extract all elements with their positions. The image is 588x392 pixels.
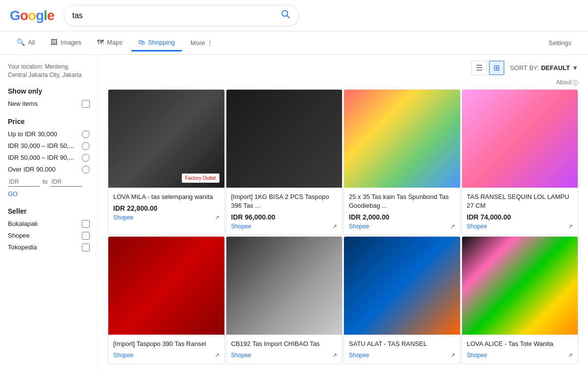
tab-all[interactable]: 🔍 All (10, 34, 42, 51)
product-info: [Import] 1KG BISA 2 PCS Taspopo 396 Tas … (226, 188, 343, 235)
product-seller-row: Shopee ↗ (231, 352, 338, 359)
tab-shopping[interactable]: 🛍 Shopping (131, 34, 182, 51)
show-only-title: Show only (8, 87, 90, 95)
product-card[interactable]: LOVA ALICE - Tas Tote Wanita Shopee ↗ (462, 236, 579, 364)
product-seller[interactable]: Shopee (467, 352, 487, 359)
product-card[interactable]: [Import] 1KG BISA 2 PCS Taspopo 396 Tas … (226, 89, 343, 235)
product-image (108, 237, 224, 335)
product-info: SATU ALAT - TAS RANSEL Shopee ↗ (344, 335, 460, 363)
product-name: CB192 Tas Import CHIBAO Tas (231, 340, 338, 348)
tab-all-label: All (28, 39, 35, 46)
price-from-input[interactable] (8, 177, 40, 187)
product-image (462, 90, 578, 188)
sidebar: Your location: Menteng, Central Jakarta … (0, 55, 98, 370)
all-icon: 🔍 (17, 38, 25, 46)
settings-tab[interactable]: Settings (541, 35, 578, 50)
product-image-wrap (226, 237, 343, 335)
new-items-checkbox[interactable] (82, 100, 90, 108)
price-range-input-row: to (8, 177, 90, 187)
price-range-2-label: IDR 50,000 – IDR 90,... (8, 154, 74, 161)
sort-arrow-icon: ▼ (572, 64, 578, 72)
product-seller-row: Shopee ↗ (349, 223, 455, 230)
price-range-3-radio[interactable] (82, 166, 90, 173)
price-go-button[interactable]: GO (8, 190, 18, 197)
product-image (226, 237, 343, 335)
product-image (344, 90, 460, 188)
more-chevron-icon: ⋮ (207, 39, 213, 47)
external-link-icon[interactable]: ↗ (450, 223, 455, 230)
price-range-1: IDR 30,000 – IDR 50,... (8, 142, 90, 150)
product-price: IDR 2,000.00 (349, 213, 455, 221)
seller-shopee-label: Shopee (8, 232, 30, 239)
product-name: LOVA MILA - tas selempang wanita (113, 193, 220, 201)
grid-view-button[interactable]: ⊞ (489, 61, 504, 75)
price-range-0-radio[interactable] (82, 130, 90, 138)
product-image-wrap (344, 237, 460, 335)
product-info: TAS RANSEL SEQUIN LOL LAMPU 27 CM IDR 74… (462, 188, 578, 235)
product-seller-row: Shopee ↗ (113, 352, 220, 359)
external-link-icon[interactable]: ↗ (568, 223, 573, 230)
seller-tokopedia-checkbox[interactable] (82, 244, 90, 251)
product-seller[interactable]: Shopee (349, 352, 369, 359)
product-card[interactable]: CB192 Tas Import CHIBAO Tas Shopee ↗ (226, 236, 343, 364)
price-range-1-radio[interactable] (82, 142, 90, 150)
product-seller[interactable]: Shopee (231, 223, 251, 230)
external-link-icon[interactable]: ↗ (215, 352, 220, 359)
product-card[interactable]: Factory Outlet LOVA MILA - tas selempang… (108, 89, 225, 235)
tab-more[interactable]: More ⋮ (184, 35, 220, 50)
product-seller[interactable]: Shopee (467, 223, 487, 230)
tab-maps[interactable]: 🗺 Maps (90, 34, 129, 51)
header: Google (0, 0, 588, 31)
images-icon: 🖼 (50, 38, 57, 46)
search-input[interactable] (72, 11, 281, 20)
show-only-section: Show only New items (8, 87, 90, 108)
external-link-icon[interactable]: ↗ (215, 214, 220, 221)
product-seller[interactable]: Shopee (113, 214, 133, 221)
product-price: IDR 22,800.00 (113, 204, 220, 212)
external-link-icon[interactable]: ↗ (568, 352, 573, 359)
seller-bukalapak-checkbox[interactable] (82, 220, 90, 228)
product-seller[interactable]: Shopee (349, 223, 369, 230)
product-image-wrap (344, 90, 460, 188)
shopping-icon: 🛍 (138, 38, 145, 46)
sort-value: DEFAULT (541, 64, 570, 72)
product-image-wrap (462, 90, 578, 188)
price-section: Price Up to IDR 30,000 IDR 30,000 – IDR … (8, 118, 90, 197)
tab-images-label: Images (60, 39, 81, 46)
product-card[interactable]: [Import] Taspopo 390 Tas Ransel Shopee ↗ (108, 236, 225, 364)
product-card[interactable]: TAS RANSEL SEQUIN LOL LAMPU 27 CM IDR 74… (462, 89, 579, 235)
search-bar (64, 5, 299, 26)
product-seller[interactable]: Shopee (113, 352, 133, 359)
list-view-button[interactable]: ☰ (471, 61, 487, 75)
about-info-icon: ⓘ (572, 79, 578, 87)
svg-line-1 (287, 16, 290, 18)
tab-maps-label: Maps (107, 39, 122, 46)
price-range-3-label: Over IDR 90,000 (8, 166, 56, 173)
seller-shopee: Shopee (8, 232, 90, 240)
seller-shopee-checkbox[interactable] (82, 232, 90, 240)
price-range-2-radio[interactable] (82, 154, 90, 162)
product-card[interactable]: 25 x 35 Tas kain Tas Spunbond Tas Goodie… (343, 89, 461, 235)
product-price: IDR 96,000.00 (231, 213, 338, 221)
product-name: LOVA ALICE - Tas Tote Wanita (467, 340, 573, 348)
price-range-2: IDR 50,000 – IDR 90,... (8, 154, 90, 162)
price-to-input[interactable] (50, 177, 82, 187)
tab-images[interactable]: 🖼 Images (44, 34, 88, 51)
product-card[interactable]: SATU ALAT - TAS RANSEL Shopee ↗ (343, 236, 461, 364)
product-image-wrap: Factory Outlet (108, 90, 224, 188)
seller-bukalapak: Bukalapak (8, 220, 90, 228)
product-name: [Import] 1KG BISA 2 PCS Taspopo 396 Tas … (231, 193, 338, 210)
product-price: IDR 74,000.00 (467, 213, 573, 221)
external-link-icon[interactable]: ↗ (450, 352, 455, 359)
about-link[interactable]: About (556, 79, 571, 87)
products-grid: Factory Outlet LOVA MILA - tas selempang… (108, 89, 578, 364)
external-link-icon[interactable]: ↗ (332, 223, 337, 230)
price-to-label: to (43, 178, 48, 185)
product-seller-row: Shopee ↗ (467, 352, 573, 359)
external-link-icon[interactable]: ↗ (332, 352, 337, 359)
product-seller-row: Shopee ↗ (467, 223, 573, 230)
google-logo: Google (10, 8, 54, 24)
content: Your location: Menteng, Central Jakarta … (0, 55, 588, 370)
product-seller[interactable]: Shopee (231, 352, 251, 359)
search-button[interactable] (281, 9, 291, 22)
